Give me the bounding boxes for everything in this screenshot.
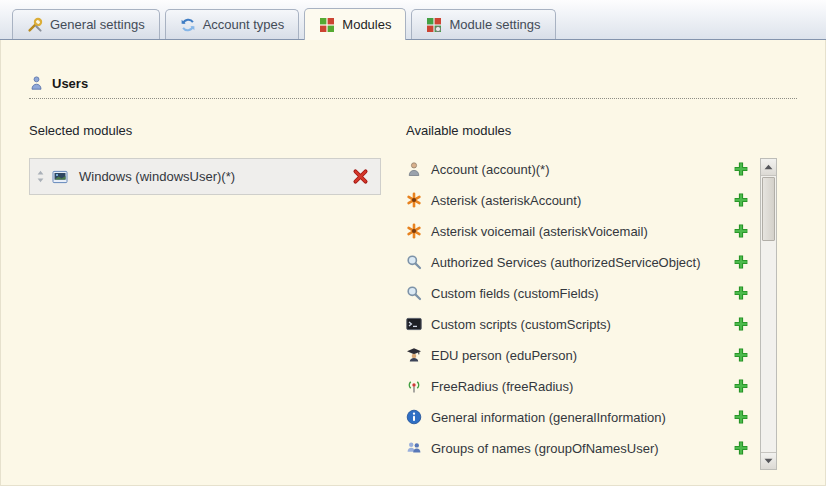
scroll-up-button[interactable] [761,159,776,176]
scrollbar-thumb[interactable] [762,177,775,241]
module-label: General information (generalInformation) [431,410,666,425]
add-module-button[interactable] [733,440,749,456]
section-divider [29,98,797,99]
info-icon [406,409,422,425]
magnifier-icon [406,285,422,301]
account-types-icon [180,17,196,33]
remove-module-button[interactable] [352,168,369,185]
add-module-button[interactable] [733,192,749,208]
module-row: EDU person (eduPerson) [406,344,760,366]
module-label: Custom scripts (customScripts) [431,317,611,332]
user-figure-icon [29,75,44,91]
module-settings-grid-icon [426,17,442,33]
module-row: Asterisk (asteriskAccount) [406,189,760,211]
add-module-button[interactable] [733,409,749,425]
add-module-button[interactable] [733,378,749,394]
group-icon [406,440,422,456]
section-header: Users [29,74,807,92]
modules-panel: Users Selected modules [0,40,826,486]
tab-label: Account types [203,17,285,32]
account-person-icon [406,161,422,177]
module-label: Authorized Services (authorizedServiceOb… [431,255,701,270]
module-label: Groups of names (groupOfNamesUser) [431,441,659,456]
module-label: Custom fields (customFields) [431,286,599,301]
module-row: Asterisk voicemail (asteriskVoicemail) [406,220,760,242]
tab-label: Module settings [449,17,540,32]
tab-label: General settings [50,17,145,32]
module-row: Groups of names (groupOfNamesUser) [406,437,760,459]
module-row: Custom scripts (customScripts) [406,313,760,335]
scroll-down-button[interactable] [761,452,776,469]
tab-bar: General settings Account types Modules [0,0,826,40]
asterisk-voicemail-icon [406,223,422,239]
add-module-button[interactable] [733,347,749,363]
tab-module-settings[interactable]: Module settings [411,9,555,39]
add-module-button[interactable] [733,254,749,270]
module-row: General information (generalInformation) [406,406,760,428]
selected-modules-column: Selected modules Windows ( [29,123,406,470]
module-label: Account (account)(*) [431,162,550,177]
modules-grid-icon [319,17,335,33]
add-module-button[interactable] [733,285,749,301]
selected-module-label: Windows (windowsUser)(*) [79,169,235,184]
terminal-icon [406,316,422,332]
module-label: Asterisk (asteriskAccount) [431,193,581,208]
tab-label: Modules [342,17,391,32]
available-modules-column: Available modules Account (account)(*) [406,123,777,470]
asterisk-icon [406,192,422,208]
windows-module-icon [52,169,68,185]
antenna-icon [406,378,422,394]
tools-icon [27,17,43,33]
add-module-button[interactable] [733,161,749,177]
selected-modules-heading: Selected modules [29,123,406,138]
available-modules-heading: Available modules [406,123,777,138]
available-modules-scrollbar[interactable] [760,158,777,470]
module-label: EDU person (eduPerson) [431,348,577,363]
magnifier-icon [406,254,422,270]
module-row: Authorized Services (authorizedServiceOb… [406,251,760,273]
tab-account-types[interactable]: Account types [165,9,300,39]
module-row: Account (account)(*) [406,158,760,180]
graduate-icon [406,347,422,363]
tab-modules[interactable]: Modules [304,8,406,40]
module-row: FreeRadius (freeRadius) [406,375,760,397]
module-label: Asterisk voicemail (asteriskVoicemail) [431,224,648,239]
section-title: Users [52,76,88,91]
module-row: Custom fields (customFields) [406,282,760,304]
add-module-button[interactable] [733,223,749,239]
add-module-button[interactable] [733,316,749,332]
drag-handle-icon[interactable] [36,168,45,185]
tab-general-settings[interactable]: General settings [12,9,160,39]
available-modules-list: Account (account)(*) [406,158,760,468]
module-label: FreeRadius (freeRadius) [431,379,573,394]
selected-module-row[interactable]: Windows (windowsUser)(*) [29,158,381,195]
